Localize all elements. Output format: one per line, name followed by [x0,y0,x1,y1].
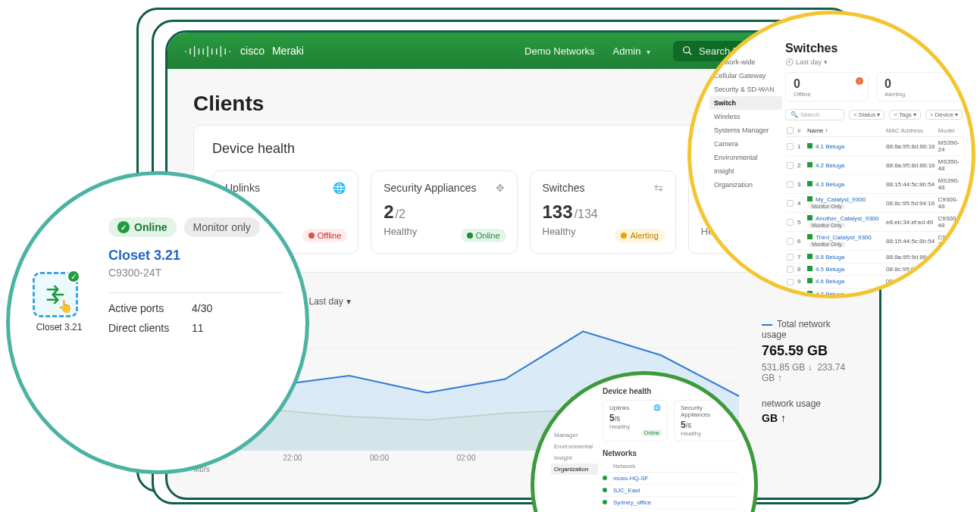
row-checkbox[interactable] [787,266,794,273]
checkbox-all[interactable] [787,127,794,134]
svg-line-1 [689,52,692,55]
sidebar-item[interactable]: Wireless [709,110,782,123]
table-row[interactable]: Network_name_1 [603,509,739,513]
table-row[interactable]: 24.2 Beluga88:8a:95:8d:86:16MS350-48 [785,156,963,175]
filter-status-pill[interactable]: = Status ▾ [849,110,885,120]
col-name[interactable]: Name [807,127,823,134]
usage-summary: Total network usage 765.59 GB 531.85 GB … [762,314,853,473]
row-checkbox[interactable] [787,181,794,188]
tag-online: ✓ Online [108,217,177,237]
sidebar-item[interactable]: Camera [709,137,782,151]
org-card-uplinks[interactable]: Uplinks🌐 5/5 Healthy Online [603,400,668,442]
sidebar-item[interactable]: Organization [709,178,782,192]
org-sec-title: Security Appliances [681,404,732,418]
sidebar-item[interactable]: Security & SD-WAN [709,83,782,96]
nav-demo-networks[interactable]: Demo Networks [524,45,594,57]
usage-subval: GB [762,412,778,424]
expand-icon: ✥ [496,182,505,194]
sidebar-item[interactable]: Environmental [551,441,598,452]
stat-offline[interactable]: ! 0 Offline [785,72,869,101]
stat-alerting[interactable]: 0 Alerting [876,72,960,101]
table-row[interactable]: 84.5 Beluga08:8c:95:9d:94:16MS [785,263,963,275]
direct-clients-value: 11 [192,322,204,334]
org-uplinks-value: 5 [609,413,615,423]
active-ports-label: Active ports [108,302,192,314]
badge-offline-text: Offline [318,231,342,240]
org-sec-total: /5 [686,422,692,429]
card-switches-title: Switches [543,182,585,194]
sidebar-item[interactable]: Insight [551,452,598,464]
table-row[interactable]: Sydney_office [603,497,739,509]
row-checkbox[interactable] [787,219,794,226]
org-uplinks-total: /5 [615,415,621,423]
col-network[interactable]: Network [613,460,739,473]
tag-monitor-only: Monitor only [184,217,260,237]
nav-admin-menu[interactable]: Admin ▾ [613,45,650,57]
switches-sidebar: Network-wideCellular GatewaySecurity & S… [709,55,782,192]
sidebar-item[interactable]: Cellular Gateway [709,69,782,83]
usage-label: Total network usage [762,319,831,340]
swap-icon: ⇆ [654,182,663,194]
stat-alerting-value: 0 [885,77,951,91]
card-switches[interactable]: Switches ⇆ 133/134 Healthy Alerting [530,170,676,254]
table-row[interactable]: 5Another_Catalyst_9300Monitor Onlye8:eb:… [785,213,963,232]
org-badge-online: Online [641,429,662,436]
badge-offline: Offline [302,229,348,242]
col-model[interactable]: Model [937,125,963,137]
table-row[interactable]: 94.6 Beluga08:8a:95:8d:86:16MS [785,276,963,288]
row-checkbox[interactable] [787,254,794,261]
row-checkbox[interactable] [787,238,794,245]
card-switches-value: 133 [543,201,573,222]
stat-offline-value: 0 [794,77,860,91]
org-sec-value: 5 [681,420,686,430]
filter-tags-pill[interactable]: = Tags ▾ [889,110,921,120]
sidebar-item[interactable]: Systems Manager [709,123,782,137]
table-row[interactable]: 4My_Catalyst_9300Monitor Only08:8c:95:5d… [785,194,963,213]
row-checkbox[interactable] [787,162,794,169]
clock-icon: 🕘 [785,58,794,66]
table-row[interactable]: SJC_East [603,485,739,497]
switches-title: Switches [785,42,963,55]
active-ports-value: 4/30 [192,302,212,314]
org-networks-table: Network moss-HQ-SFSJC_EastSydney_officeN… [603,460,739,512]
col-num[interactable]: # [796,125,806,137]
chevron-down-icon: ▾ [647,48,650,56]
tag-online-text: Online [134,221,168,233]
sidebar-item[interactable]: Manager [551,429,598,441]
check-circle-icon: ✓ [117,221,130,233]
sort-asc-icon: ↑ [825,127,828,134]
switches-range[interactable]: 🕘Last day▾ [785,58,963,66]
switches-search-ph: Search [800,111,819,118]
filter-range-label: Last day [308,296,343,307]
card-security-appliances[interactable]: Security Appliances ✥ 2/2 Healthy Online [371,170,517,254]
usage-total: 765.59 GB [762,343,853,359]
col-mac[interactable]: MAC Address [885,125,937,137]
filter-device-pill[interactable]: = Device ▾ [925,110,963,120]
usage-down: 531.85 GB [762,362,805,373]
sidebar-item[interactable]: Organization [551,464,598,475]
org-sec-status: Healthy [681,430,732,437]
row-checkbox[interactable] [787,279,794,286]
table-row[interactable]: 6Third_Catalyst_9300Monitor Only88:15:44… [785,232,963,251]
switches-search[interactable]: 🔍Search [785,109,844,120]
globe-icon: 🌐 [653,404,661,411]
tooltip-divider [108,292,283,293]
brand-logo: ·ı|ıı|ıı|ı· cisco Meraki [184,45,304,57]
table-row[interactable]: moss-HQ-SF [603,473,739,485]
org-uplinks-title: Uplinks [609,404,629,411]
tooltip-device-name[interactable]: Closet 3.21 [108,248,283,264]
org-networks-title: Networks [603,449,739,457]
table-row[interactable]: 78.8 Beluga88:8a:95:9d:86:16MS [785,251,963,263]
sidebar-item[interactable]: Switch [709,96,782,110]
svg-point-0 [684,47,690,53]
badge-alerting-text: Alerting [630,231,658,240]
stat-offline-label: Offline [794,91,860,98]
sidebar-item[interactable]: Environmental [709,151,782,164]
sidebar-item[interactable]: Insight [709,164,782,178]
zoom-bubble-switches-list: Network-wideCellular GatewaySecurity & S… [687,11,975,298]
table-row[interactable]: 34.3 Beluga88:15:44:5c:8b:54MS390-48 [785,175,963,194]
row-checkbox[interactable] [787,143,794,150]
table-row[interactable]: 14.1 Beluga88:8a:95:8d:86:16MS390-24 [785,137,963,156]
row-checkbox[interactable] [787,200,794,207]
warning-badge-icon: ! [856,77,863,85]
